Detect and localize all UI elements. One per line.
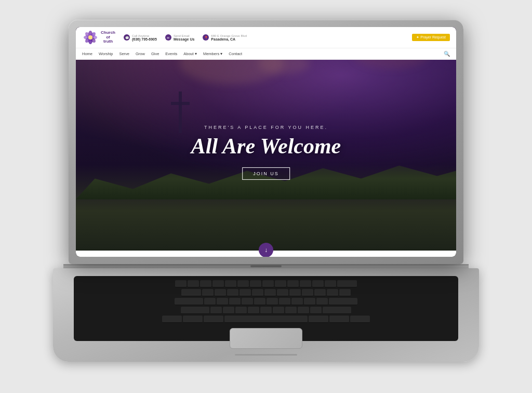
key bbox=[260, 307, 272, 314]
key bbox=[181, 289, 201, 296]
nav-home[interactable]: Home bbox=[82, 51, 92, 56]
key bbox=[316, 298, 328, 305]
scroll-down-button[interactable]: ↓ bbox=[259, 243, 273, 257]
search-icon[interactable]: 🔍 bbox=[444, 51, 450, 57]
key bbox=[242, 298, 253, 305]
key bbox=[240, 289, 251, 296]
svg-point-8 bbox=[88, 35, 92, 40]
key bbox=[309, 316, 328, 323]
hero-subtitle: THERE'S A PLACE FOR YOU HERE. bbox=[114, 125, 418, 130]
key bbox=[325, 280, 336, 287]
key bbox=[302, 289, 313, 296]
nav-contact[interactable]: Contact bbox=[229, 51, 242, 56]
key bbox=[339, 289, 351, 296]
key bbox=[289, 289, 301, 296]
key bbox=[183, 316, 203, 323]
nav-bar: Home Worship Serve Grow Give Events Abou… bbox=[76, 48, 456, 60]
key bbox=[181, 307, 209, 314]
key bbox=[298, 307, 309, 314]
key bbox=[254, 298, 265, 305]
key bbox=[248, 307, 259, 314]
logo-text: Church of truth bbox=[101, 31, 115, 44]
email-icon: ✉ bbox=[165, 34, 171, 41]
key bbox=[204, 298, 216, 305]
nav-worship[interactable]: Worship bbox=[99, 51, 113, 56]
key bbox=[312, 280, 324, 287]
key bbox=[310, 307, 322, 314]
nav-members[interactable]: Members ▾ bbox=[203, 51, 222, 56]
key bbox=[227, 289, 238, 296]
key bbox=[229, 298, 241, 305]
key bbox=[323, 307, 351, 314]
phone-icon: 💬 bbox=[124, 34, 130, 41]
key bbox=[291, 298, 303, 305]
key bbox=[175, 280, 187, 287]
laptop-base bbox=[53, 268, 479, 362]
key bbox=[314, 289, 326, 296]
key bbox=[267, 298, 278, 305]
key bbox=[304, 298, 315, 305]
keyboard-row-5 bbox=[79, 316, 453, 323]
top-bar: Church of truth 💬 Call Anytime (636) 795… bbox=[76, 27, 456, 48]
contact-address: 📍 680 E Orange Grove Blvd Pasadena, CA bbox=[203, 34, 247, 41]
site-header: Church of truth 💬 Call Anytime (636) 795… bbox=[76, 27, 456, 60]
touchpad[interactable] bbox=[230, 328, 302, 349]
key bbox=[235, 307, 247, 314]
join-us-button[interactable]: JOIN US bbox=[242, 167, 290, 180]
key bbox=[252, 289, 263, 296]
key bbox=[264, 289, 276, 296]
nav-events[interactable]: Events bbox=[165, 51, 177, 56]
keyboard-row-1 bbox=[79, 280, 453, 287]
key bbox=[275, 280, 286, 287]
contact-phone: 💬 Call Anytime (636) 795-6905 bbox=[124, 34, 157, 41]
key bbox=[225, 280, 236, 287]
hero-content: THERE'S A PLACE FOR YOU HERE. All Are We… bbox=[114, 125, 418, 180]
key bbox=[223, 307, 234, 314]
keyboard-row-3 bbox=[79, 298, 453, 305]
key bbox=[279, 298, 290, 305]
key bbox=[262, 280, 274, 287]
key bbox=[273, 307, 284, 314]
prayer-request-button[interactable]: ✦ Prayer Request bbox=[412, 34, 450, 41]
key bbox=[329, 316, 349, 323]
laptop-lid: Church of truth 💬 Call Anytime (636) 795… bbox=[69, 20, 463, 264]
screen-bezel: Church of truth 💬 Call Anytime (636) 795… bbox=[76, 27, 456, 257]
key bbox=[188, 280, 199, 287]
key bbox=[277, 289, 288, 296]
key bbox=[217, 298, 228, 305]
key bbox=[202, 289, 214, 296]
nav-about[interactable]: About ▾ bbox=[183, 51, 197, 56]
key bbox=[250, 280, 261, 287]
location-icon: 📍 bbox=[203, 34, 209, 41]
hero-title: All Are Welcome bbox=[114, 134, 418, 158]
contact-email: ✉ Send Email Message Us bbox=[165, 34, 194, 41]
key bbox=[300, 280, 311, 287]
logo-icon bbox=[82, 29, 99, 46]
key bbox=[287, 280, 299, 287]
key bbox=[327, 289, 338, 296]
key bbox=[285, 307, 297, 314]
key bbox=[210, 307, 222, 314]
nav-grow[interactable]: Grow bbox=[136, 51, 145, 56]
scene: Church of truth 💬 Call Anytime (636) 795… bbox=[53, 20, 479, 373]
keyboard-row-2 bbox=[79, 289, 453, 296]
key bbox=[175, 298, 203, 305]
website: Church of truth 💬 Call Anytime (636) 795… bbox=[76, 27, 456, 257]
key bbox=[329, 298, 357, 305]
nav-give[interactable]: Give bbox=[151, 51, 159, 56]
logo-wrapper: Church of truth bbox=[82, 29, 115, 46]
key bbox=[200, 280, 211, 287]
key bbox=[350, 316, 370, 323]
key bbox=[237, 280, 249, 287]
key bbox=[204, 316, 223, 323]
key bbox=[215, 289, 226, 296]
spacebar-key bbox=[224, 316, 308, 323]
key bbox=[162, 316, 182, 323]
keyboard-row-4 bbox=[79, 307, 453, 314]
key bbox=[212, 280, 224, 287]
nav-serve[interactable]: Serve bbox=[119, 51, 129, 56]
key bbox=[337, 280, 357, 287]
